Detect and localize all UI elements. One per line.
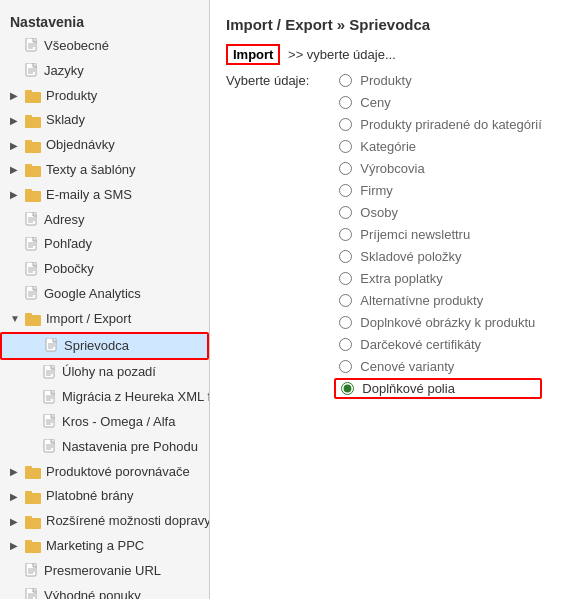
sidebar-item-jazyky[interactable]: ▶ Jazyky <box>0 59 209 84</box>
radio-doplnkove-obrazky[interactable] <box>339 316 352 329</box>
doc-icon <box>25 286 39 302</box>
sidebar-item-platobne-brany[interactable]: ▶ Platobné brány <box>0 484 209 509</box>
sidebar-item-nastavenia-pohodu[interactable]: ▶ Nastavenia pre Pohodu <box>0 435 209 460</box>
sidebar-item-label: Nastavenia pre Pohodu <box>62 437 198 458</box>
sidebar-item-google-analytics[interactable]: ▶ Google Analytics <box>0 282 209 307</box>
radio-item-doplnkove-obrazky[interactable]: Doplnkové obrázky k produktu <box>339 312 541 333</box>
svg-rect-8 <box>25 92 41 103</box>
sidebar-item-produktove-porovnavace[interactable]: ▶ Produktové porovnávače <box>0 460 209 485</box>
radio-label-produkty: Produkty <box>360 73 411 88</box>
sidebar-item-presmerovanie[interactable]: ▶ Presmerovanie URL <box>0 559 209 584</box>
folder-icon <box>25 114 41 128</box>
folder-arrow-icon: ▶ <box>10 489 22 505</box>
radio-skladove[interactable] <box>339 250 352 263</box>
svg-rect-59 <box>25 491 32 494</box>
sidebar-item-marketing-ppc[interactable]: ▶ Marketing a PPC <box>0 534 209 559</box>
page-header: Import / Export » Sprievodca <box>226 10 566 39</box>
breadcrumb-rest: >> vyberte údaje... <box>288 47 396 62</box>
sidebar-item-rozsirene-moznosti[interactable]: ▶ Rozšírené možnosti dopravy <box>0 509 209 534</box>
radio-firmy[interactable] <box>339 184 352 197</box>
folder-icon <box>25 465 41 479</box>
sidebar: Nastavenia ▶ Všeobecné▶ Jazyky▶ <box>0 0 210 599</box>
sidebar-item-vyhodne-ponuky[interactable]: ▶ Výhodné ponuky <box>0 584 209 599</box>
svg-rect-56 <box>25 468 41 479</box>
svg-rect-57 <box>25 466 32 469</box>
folder-icon <box>25 89 41 103</box>
breadcrumb-import[interactable]: Import <box>226 44 280 65</box>
sidebar-item-sprievodca[interactable]: ▶ Sprievodca <box>0 332 209 361</box>
folder-arrow-icon: ▶ <box>10 514 22 530</box>
radio-vyrobcovia[interactable] <box>339 162 352 175</box>
radio-produkty[interactable] <box>339 74 352 87</box>
radio-item-doplnkove-polia[interactable]: Doplňkové polia <box>334 378 541 399</box>
radio-label-darcekove: Darčekové certifikáty <box>360 337 481 352</box>
folder-arrow-icon: ▶ <box>10 113 22 129</box>
sidebar-item-label: Pohľady <box>44 234 92 255</box>
svg-rect-61 <box>25 516 32 519</box>
sidebar-item-objednavky[interactable]: ▶ Objednávky <box>0 133 209 158</box>
radio-label-extra: Extra poplatky <box>360 271 442 286</box>
sidebar-item-label: Texty a šablóny <box>46 160 136 181</box>
sidebar-item-import-export[interactable]: ▼ Import / Export <box>0 307 209 332</box>
radio-item-darcekove[interactable]: Darčekové certifikáty <box>339 334 541 355</box>
radio-item-cenove-varianty[interactable]: Cenové varianty <box>339 356 541 377</box>
radio-item-vyrobcovia[interactable]: Výrobcovia <box>339 158 541 179</box>
radio-produkty-kategorie[interactable] <box>339 118 352 131</box>
radio-item-skladove[interactable]: Skladové položky <box>339 246 541 267</box>
main-content: Import / Export » Sprievodca Import >> v… <box>210 0 582 599</box>
select-label: Vyberte údaje: <box>226 73 309 88</box>
sidebar-item-label: Jazyky <box>44 61 84 82</box>
radio-label-doplnkove-obrazky: Doplnkové obrázky k produktu <box>360 315 535 330</box>
radio-item-alternativne[interactable]: Alternatívne produkty <box>339 290 541 311</box>
radio-alternativne[interactable] <box>339 294 352 307</box>
doc-icon <box>25 237 39 253</box>
svg-rect-11 <box>25 115 32 118</box>
sidebar-item-label: Kros - Omega / Alfa <box>62 412 175 433</box>
sidebar-item-migracia[interactable]: ▶ Migrácia z Heureka XML feedu <box>0 385 209 410</box>
sidebar-item-label: Google Analytics <box>44 284 141 305</box>
folder-icon <box>25 515 41 529</box>
radio-label-firmy: Firmy <box>360 183 393 198</box>
radio-item-ceny[interactable]: Ceny <box>339 92 541 113</box>
radio-label-ceny: Ceny <box>360 95 390 110</box>
radio-extra[interactable] <box>339 272 352 285</box>
doc-icon <box>25 588 39 599</box>
radio-doplnkove-polia[interactable] <box>341 382 354 395</box>
sidebar-item-pohlady[interactable]: ▶ Pohľady <box>0 232 209 257</box>
folder-icon <box>25 539 41 553</box>
svg-rect-15 <box>25 164 32 167</box>
doc-icon <box>43 439 57 455</box>
sidebar-item-label: Platobné brány <box>46 486 133 507</box>
doc-icon <box>25 212 39 228</box>
radio-item-firmy[interactable]: Firmy <box>339 180 541 201</box>
radio-label-vyrobcovia: Výrobcovia <box>360 161 424 176</box>
sidebar-item-sklady[interactable]: ▶ Sklady <box>0 108 209 133</box>
sidebar-item-kros-omega[interactable]: ▶ Kros - Omega / Alfa <box>0 410 209 435</box>
sidebar-item-ulohy-pozadi[interactable]: ▶ Úlohy na pozadí <box>0 360 209 385</box>
radio-cenove-varianty[interactable] <box>339 360 352 373</box>
radio-kategorie[interactable] <box>339 140 352 153</box>
svg-rect-63 <box>25 540 32 543</box>
folder-arrow-icon: ▶ <box>10 538 22 554</box>
sidebar-item-adresy[interactable]: ▶ Adresy <box>0 208 209 233</box>
folder-icon <box>25 312 41 326</box>
folder-arrow-icon: ▶ <box>10 138 22 154</box>
sidebar-item-pobocky[interactable]: ▶ Pobočky <box>0 257 209 282</box>
radio-ceny[interactable] <box>339 96 352 109</box>
sidebar-item-texty-sablony[interactable]: ▶ Texty a šablóny <box>0 158 209 183</box>
radio-osoby[interactable] <box>339 206 352 219</box>
radio-item-produkty-kategorie[interactable]: Produkty priradené do kategórií <box>339 114 541 135</box>
radio-label-kategorie: Kategórie <box>360 139 416 154</box>
radio-item-extra[interactable]: Extra poplatky <box>339 268 541 289</box>
radio-item-produkty[interactable]: Produkty <box>339 70 541 91</box>
radio-item-prijemci[interactable]: Príjemci newslettru <box>339 224 541 245</box>
radio-item-kategorie[interactable]: Kategórie <box>339 136 541 157</box>
sidebar-item-vseobecne[interactable]: ▶ Všeobecné <box>0 34 209 59</box>
radio-prijemci[interactable] <box>339 228 352 241</box>
sidebar-item-label: Presmerovanie URL <box>44 561 161 582</box>
folder-arrow-icon: ▼ <box>10 311 22 327</box>
sidebar-item-emaily-sms[interactable]: ▶ E-maily a SMS <box>0 183 209 208</box>
radio-darcekove[interactable] <box>339 338 352 351</box>
sidebar-item-produkty[interactable]: ▶ Produkty <box>0 84 209 109</box>
radio-item-osoby[interactable]: Osoby <box>339 202 541 223</box>
